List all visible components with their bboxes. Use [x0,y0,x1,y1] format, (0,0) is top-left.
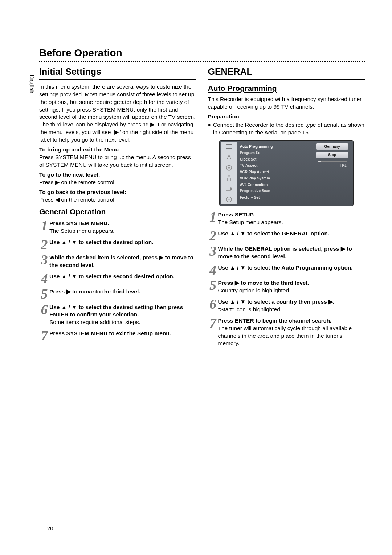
step-bold: Press ▶ to move to the third level. [218,280,309,286]
step-body: Some items require additional steps. [49,319,140,325]
step-item: 7Press ENTER to begin the channel search… [208,317,365,348]
osd-menu-items: Auto Programming Program Edit Clock Set … [237,142,313,204]
step-number: 4 [39,273,49,284]
step-bold: Use ▲ / ▼ to select the Auto Programming… [218,264,353,271]
preparation-title: Preparation: [208,113,365,121]
osd-item: Factory Set [240,194,310,201]
osd-item: TV Aspect [240,162,310,169]
osd-item: Clock Set [240,156,310,163]
auto-programming-steps: 1Press SETUP.The Setup menu appears. 2Us… [208,211,365,348]
step-bold: Use ▲ / ▼ to select the desired option. [49,239,154,245]
osd-item: AV2 Connection [240,182,310,188]
next-level: To go to the next level: Press ▶ on the … [39,171,196,186]
osd-item: VCR Play Aspect [240,169,310,175]
bring-up-title: To bring up and exit the Menu: [39,146,121,153]
osd-progress-percent: 11% [339,163,347,169]
osd-progress-bar [318,161,347,162]
heading-general: GENERAL [208,66,262,79]
step-item: 1Press SETUP.The Setup menu appears. [208,211,365,226]
svg-point-7 [228,199,229,200]
step-bold: Press SYSTEM MENU to exit the Setup menu… [49,330,171,336]
bring-up-body: Press SYSTEM MENU to bring up the menu. … [39,154,191,168]
step-body: "Start" icon is highlighted. [218,306,282,312]
preparation-text: Connect the Recorder to the desired type… [213,121,365,137]
bring-up-menu: To bring up and exit the Menu: Press SYS… [39,146,196,169]
step-item: 2Use ▲ / ▼ to select the desired option. [39,239,196,250]
step-item: 4Use ▲ / ▼ to select the Auto Programmin… [208,264,365,276]
step-number: 3 [39,254,49,266]
step-number: 1 [208,211,218,223]
heading-initial-settings: Initial Settings [39,66,112,79]
osd-item: Program Edit [240,150,310,156]
svg-rect-1 [228,149,230,149]
osd-icon-column [221,142,237,204]
step-bold: Press ENTER to begin the channel search. [218,317,332,324]
step-body: The Setup menu appears. [218,219,283,225]
step-number: 2 [39,239,49,250]
step-bold: While the GENERAL option is selected, pr… [218,246,352,259]
prev-level: To go back to the previous level: Press … [39,189,196,204]
osd-item: Auto Programming [240,143,310,150]
step-number: 1 [39,220,49,231]
tv-icon [225,143,233,150]
language-tab: English [28,74,36,93]
step-bold: Use ▲ / ▼ to select a country then press… [218,299,335,305]
step-item: 6Use ▲ / ▼ to select a country then pres… [208,298,365,313]
language-icon [225,154,233,161]
step-item: 7Press SYSTEM MENU to exit the Setup men… [39,330,196,341]
step-item: 2Use ▲ / ▼ to select the GENERAL option. [208,230,365,242]
step-bold: Press ▶ to move to the third level. [49,288,140,295]
preparation-bullet: ● Connect the Recorder to the desired ty… [208,121,365,137]
heading-general-operation: General Operation [39,207,196,217]
right-column: GENERAL Auto Programming This Recorder i… [208,66,365,351]
next-level-body: Press ▶ on the remote control. [39,179,116,185]
step-number: 4 [208,264,218,276]
step-number: 6 [39,304,49,315]
osd-stop-button: Stop [316,152,348,158]
step-number: 3 [208,245,218,257]
step-number: 5 [208,279,218,291]
step-item: 1Press SYSTEM MENU.The Setup menu appear… [39,220,196,235]
osd-right-panel: Germany Stop 11% [313,142,352,204]
osd-item: VCR Play System [240,175,310,182]
dotted-divider [39,61,365,62]
step-bold: Use ▲ / ▼ to select the desired setting … [49,304,183,318]
heading-before-operation: Before Operation [39,47,365,59]
disc-small-icon [225,196,233,203]
prev-level-body: Press ◀ on the remote control. [39,197,116,203]
step-bold: Use ▲ / ▼ to select the second desired o… [49,273,175,279]
prev-level-title: To go back to the previous level: [39,189,126,195]
step-body: The Setup menu appears. [49,228,114,234]
manual-page: English Before Operation Initial Setting… [0,0,392,553]
step-bold: Press SETUP. [218,211,255,218]
svg-rect-5 [226,187,230,191]
step-item: 3While the desired item is selected, pre… [39,254,196,269]
step-item: 3While the GENERAL option is selected, p… [208,245,365,260]
svg-rect-4 [227,178,231,181]
step-item: 4Use ▲ / ▼ to select the second desired … [39,273,196,284]
bullet-icon: ● [208,121,211,129]
step-item: 5Press ▶ to move to the third level. [39,288,196,300]
heading-auto-programming: Auto Programming [208,83,365,93]
two-column-layout: Initial Settings In this menu system, th… [39,66,365,351]
step-bold: Press SYSTEM MENU. [49,220,109,226]
svg-rect-0 [226,145,232,149]
disc-icon [225,165,233,171]
svg-point-3 [228,167,230,169]
step-bold: Use ▲ / ▼ to select the GENERAL option. [218,230,330,236]
step-bold: While the desired item is selected, pres… [49,254,193,268]
initial-settings-intro: In this menu system, there are several w… [39,83,196,144]
step-number: 7 [39,330,49,341]
step-number: 5 [39,288,49,300]
osd-menu-screenshot: Auto Programming Program Edit Clock Set … [219,140,354,206]
next-level-title: To go to the next level: [39,171,100,178]
step-number: 6 [208,298,218,310]
page-number: 20 [47,525,365,531]
general-operation-steps: 1Press SYSTEM MENU.The Setup menu appear… [39,220,196,342]
left-column: Initial Settings In this menu system, th… [39,66,196,351]
auto-prog-intro: This Recorder is equipped with a frequen… [208,96,365,111]
osd-country-button: Germany [316,143,348,150]
record-icon [225,186,233,192]
step-body: The tuner will automatically cycle throu… [218,325,352,347]
osd-item: Progressive Scan [240,188,310,194]
